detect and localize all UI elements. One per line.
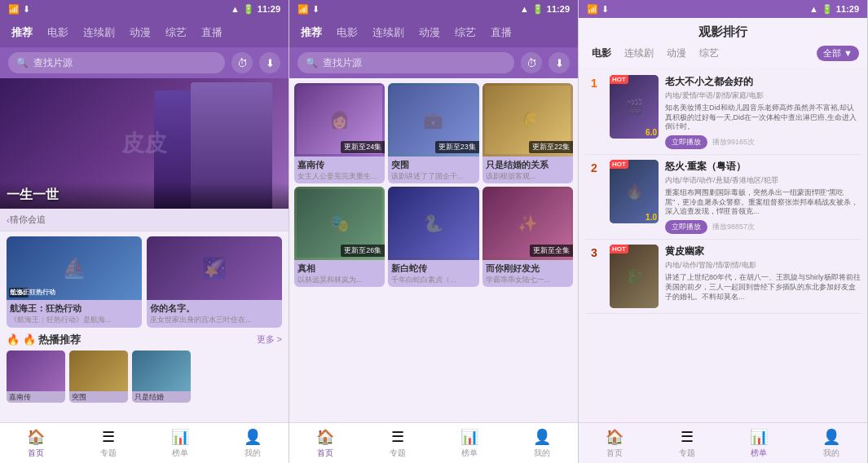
p3-filter-variety[interactable]: 综艺	[694, 45, 724, 62]
tab-recommended-2[interactable]: 推荐	[294, 22, 328, 43]
p2-card-snake[interactable]: 🐍 新白蛇传 千年白蛇白素贞（...	[388, 187, 478, 287]
hot-tag-2: HOT	[610, 160, 628, 169]
rank-actions-1: 立即播放 播放99165次	[665, 135, 861, 149]
play-btn-1[interactable]: 立即播放	[665, 135, 707, 149]
rank-thumb-3[interactable]: 🐉 HOT	[610, 245, 659, 308]
tab-live-2[interactable]: 直播	[484, 22, 518, 43]
content-area-3: 1 🎬 HOT 6.0 老大不小之都会好的 内地/爱情/华语/剧情/家庭/电影 …	[579, 67, 867, 422]
p3-filter-row: 电影 连续剧 动漫 综艺 全部 ▼	[587, 45, 859, 62]
card-img-one-piece: ⛵ 1:24 航海王狂热行动	[7, 236, 142, 300]
history-icon-1[interactable]: ⏱	[231, 52, 253, 73]
flame-icon: 🔥	[7, 333, 20, 346]
bottom-nav-topic-1[interactable]: ☰ 专题	[73, 428, 145, 459]
p3-filter-series[interactable]: 连续剧	[619, 45, 659, 62]
status-right-info-3: ▲ 🔋 11:29	[809, 4, 859, 15]
home-icon-3: 🏠	[606, 428, 623, 446]
p2-card-jianan[interactable]: 👩 更新至24集 嘉南传 女主人公姜宪完美重生...	[294, 83, 385, 183]
status-right-info-2: ▲ 🔋 11:29	[520, 4, 570, 15]
rank-title-2: 怒火·重案（粤语）	[665, 160, 861, 174]
bottom-nav-profile-1[interactable]: 👤 我的	[217, 428, 289, 459]
bottom-nav-rank-3[interactable]: 📊 榜单	[723, 428, 795, 459]
p2-card-truth[interactable]: 🎭 更新至26集 真相 以林远昊和林岚为...	[294, 187, 385, 287]
content-area-1: 皮皮 一生一世 ‹ 猜你会追 ⛵ 1:24 航海王狂热行动 航海王：狂热行动 《…	[0, 78, 289, 422]
profile-label-2: 我的	[534, 448, 550, 459]
tab-movie-1[interactable]: 电影	[41, 22, 75, 43]
hot-card-2[interactable]: 突围	[69, 351, 128, 403]
tab-recommended-1[interactable]: 推荐	[5, 22, 39, 43]
home-icon-1: 🏠	[27, 428, 45, 446]
tab-series-1[interactable]: 连续剧	[77, 22, 121, 43]
p3-dropdown[interactable]: 全部 ▼	[817, 46, 859, 61]
rank-thumb-1[interactable]: 🎬 HOT 6.0	[610, 75, 659, 139]
hot-section-title: 🔥 🔥 热播推荐	[7, 333, 81, 347]
card-one-piece[interactable]: ⛵ 1:24 航海王狂热行动 航海王：狂热行动 《航海王：狂热行动》是航海...	[7, 236, 142, 328]
card-your-name[interactable]: 🌠 你的名字。 巫女世家出身的宫水三叶住在...	[147, 236, 282, 328]
tab-live-1[interactable]: 直播	[195, 22, 229, 43]
status-bar-1: 📶 ⬇ ▲ 🔋 11:29	[0, 0, 289, 18]
one-piece-label: 航海王狂热行动	[10, 288, 55, 297]
rank-item-2: 2 🔥 HOT 1.0 怒火·重案（粤语） 内地/华语/动作/悬疑/香港地区/犯…	[585, 155, 861, 240]
tab-anime-2[interactable]: 动漫	[412, 22, 447, 43]
hot-section-more[interactable]: 更多 >	[257, 333, 282, 346]
play-btn-2[interactable]: 立即播放	[665, 220, 707, 234]
profile-label-3: 我的	[823, 448, 839, 459]
hot-card-1[interactable]: 嘉南传	[7, 351, 65, 403]
download-status-icon-2: ⬇	[312, 4, 319, 15]
rank-num-1: 1	[585, 75, 603, 90]
wifi-icon-2: 📶	[297, 4, 309, 15]
download-icon-2[interactable]: ⬇	[549, 52, 570, 73]
p3-filter-movie[interactable]: 电影	[587, 45, 616, 62]
tab-variety-1[interactable]: 综艺	[159, 22, 193, 43]
p3-page-title: 观影排行	[587, 24, 859, 40]
search-placeholder-2: 查找片源	[323, 56, 362, 70]
hot-card-img-3	[132, 351, 191, 391]
rank-label-3: 榜单	[751, 448, 767, 459]
hot-card-img-1	[7, 351, 65, 391]
rank-score-2: 1.0	[645, 213, 657, 222]
rank-score-1: 6.0	[645, 128, 657, 137]
bottom-nav-profile-2[interactable]: 👤 我的	[506, 428, 579, 459]
search-input-1[interactable]: 🔍 查找片源	[8, 52, 225, 73]
p3-filter-anime[interactable]: 动漫	[662, 45, 691, 62]
signal-icon-2: ▲	[520, 4, 529, 14]
search-input-2[interactable]: 🔍 查找片源	[297, 52, 514, 73]
hot-card-3[interactable]: 只是结婚	[132, 351, 191, 403]
rank-thumb-2[interactable]: 🔥 HOT 1.0	[610, 160, 659, 223]
history-icon-2[interactable]: ⏱	[521, 52, 542, 73]
p2-sub-jianan: 女主人公姜宪完美重生...	[294, 172, 385, 183]
battery-icon: 🔋	[243, 4, 254, 15]
tab-variety-2[interactable]: 综艺	[448, 22, 482, 43]
p2-title-snake: 新白蛇传	[388, 260, 478, 276]
p2-img-snake: 🐍	[388, 187, 478, 260]
nav-tabs-2: 推荐 电影 连续剧 动漫 综艺 直播	[289, 18, 578, 47]
continue-watch-label: 猜你会追	[10, 214, 46, 226]
topic-label-3: 专题	[679, 448, 695, 459]
bottom-nav-topic-3[interactable]: ☰ 专题	[651, 428, 724, 459]
tab-series-2[interactable]: 连续剧	[366, 22, 411, 43]
rank-info-3: 黄皮幽家 内地/动作/冒险/情/剧情/电影 讲述了上世纪80年代，在胡八一、王凯…	[665, 245, 861, 305]
hot-card-title-1: 嘉南传	[7, 391, 65, 403]
panel-1: 📶 ⬇ ▲ 🔋 11:29 推荐 电影 连续剧 动漫 综艺 直播 🔍 查找片源 …	[0, 0, 289, 463]
p2-badge-shine: 更新至全集	[530, 245, 573, 257]
p2-card-marry[interactable]: 🌾 更新至22集 只是结婚的关系 该剧根据客观...	[482, 83, 573, 183]
bottom-nav-home-2[interactable]: 🏠 首页	[289, 428, 362, 459]
download-icon-1[interactable]: ⬇	[259, 52, 280, 73]
bottom-nav-home-3[interactable]: 🏠 首页	[579, 428, 651, 459]
p2-card-shine[interactable]: ✨ 更新至全集 而你刚好发光 学霸乖乖女陆七一...	[482, 187, 573, 287]
tab-anime-1[interactable]: 动漫	[123, 22, 157, 43]
rank-num-3: 3	[585, 245, 603, 259]
bottom-nav-home-1[interactable]: 🏠 首页	[0, 428, 73, 459]
rank-icon-3: 📊	[750, 428, 768, 446]
hero-banner-1[interactable]: 皮皮 一生一世	[0, 78, 289, 209]
bottom-nav-rank-2[interactable]: 📊 榜单	[434, 428, 506, 459]
tab-movie-2[interactable]: 电影	[330, 22, 364, 43]
p2-card-tuwei[interactable]: 💼 更新至23集 突围 该剧讲述了了国企干...	[388, 83, 478, 183]
bottom-nav-profile-3[interactable]: 👤 我的	[795, 428, 868, 459]
bottom-nav-topic-2[interactable]: ☰ 专题	[362, 428, 434, 459]
rank-desc-1: 知名美妆博主Did和幼儿园音乐老师高炸虽然并不富裕,却认真积极的过好每一天,Di…	[665, 104, 861, 132]
hot-card-title-3: 只是结婚	[132, 391, 191, 403]
p2-badge-jianan: 更新至24集	[341, 141, 385, 153]
content-area-2: 👩 更新至24集 嘉南传 女主人公姜宪完美重生... 💼 更新至23集 突围 该…	[289, 78, 578, 422]
bottom-nav-rank-1[interactable]: 📊 榜单	[144, 428, 217, 459]
nav-tabs-1: 推荐 电影 连续剧 动漫 综艺 直播	[0, 18, 289, 47]
